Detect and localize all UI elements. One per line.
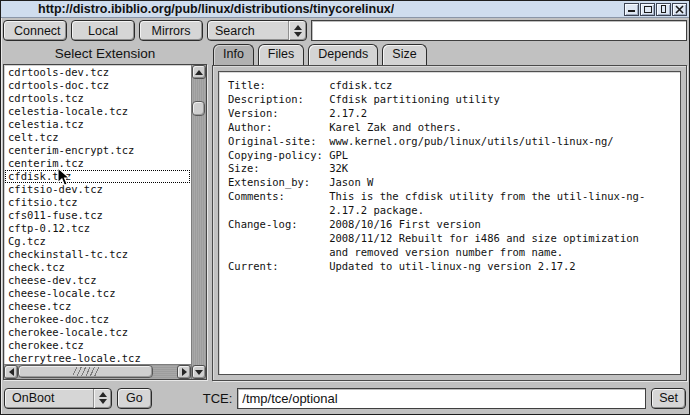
- shade-icon: [661, 5, 666, 13]
- extension-list: cdrtools-dev.tczcdrtools-doc.tczcdrtools…: [5, 66, 190, 364]
- close-icon: [675, 5, 684, 14]
- list-item[interactable]: cdrtools-dev.tcz: [5, 66, 190, 79]
- info-tab-panel: Title: cfdisk.tcz Description: Cfdisk pa…: [212, 65, 687, 381]
- tce-path-input[interactable]: [237, 388, 646, 409]
- scroll-left-button[interactable]: [4, 365, 18, 379]
- maximize-icon: [644, 6, 652, 13]
- vertical-scrollbar-track[interactable]: [192, 79, 206, 365]
- onboot-value: OnBoot: [5, 391, 93, 405]
- search-mode-dropdown[interactable]: Search: [207, 20, 307, 41]
- list-item[interactable]: cfs011-fuse.tcz: [5, 209, 190, 222]
- tab-bar: InfoFilesDependsSize: [212, 44, 687, 65]
- list-item[interactable]: celestia-locale.tcz: [5, 105, 190, 118]
- horizontal-scrollbar-thumb[interactable]: [18, 365, 153, 378]
- minimize-button[interactable]: [624, 3, 639, 16]
- detail-panel: InfoFilesDependsSize Title: cfdisk.tcz D…: [212, 44, 687, 387]
- list-item[interactable]: cherokee-doc.tcz: [5, 313, 190, 326]
- list-item[interactable]: cheese.tcz: [5, 300, 190, 313]
- app-window: http://distro.ibiblio.org/pub/linux/dist…: [0, 0, 690, 415]
- title-bar[interactable]: http://distro.ibiblio.org/pub/linux/dist…: [1, 1, 689, 18]
- go-button[interactable]: Go: [117, 388, 152, 409]
- scroll-down-button[interactable]: [192, 365, 206, 379]
- scroll-right-button[interactable]: [177, 365, 191, 379]
- search-mode-value: Search: [208, 24, 288, 38]
- arrow-down-icon: [195, 370, 203, 375]
- local-button[interactable]: Local: [71, 20, 135, 41]
- list-item[interactable]: cheese-dev.tcz: [5, 274, 190, 287]
- arrow-left-icon: [9, 368, 14, 376]
- extension-panel-title: Select Extension: [3, 44, 207, 64]
- set-button[interactable]: Set: [651, 388, 686, 409]
- list-item[interactable]: cftp-0.12.tcz: [5, 222, 190, 235]
- list-item[interactable]: centerim-encrypt.tcz: [5, 144, 190, 157]
- window-controls: [624, 3, 687, 16]
- list-item[interactable]: centerim.tcz: [5, 157, 190, 170]
- onboot-dropdown[interactable]: OnBoot: [4, 388, 112, 409]
- extension-panel: Select Extension cdrtools-dev.tczcdrtool…: [3, 44, 207, 387]
- tab-files[interactable]: Files: [258, 44, 304, 65]
- list-item[interactable]: cheese-locale.tcz: [5, 287, 190, 300]
- search-input[interactable]: [311, 20, 687, 41]
- tab-depends[interactable]: Depends: [308, 44, 378, 65]
- list-item[interactable]: checkinstall-tc.tcz: [5, 248, 190, 261]
- list-item[interactable]: celt.tcz: [5, 131, 190, 144]
- arrow-up-icon: [195, 70, 203, 75]
- mirrors-button[interactable]: Mirrors: [139, 20, 203, 41]
- list-item[interactable]: celestia.tcz: [5, 118, 190, 131]
- info-text: Title: cfdisk.tcz Description: Cfdisk pa…: [218, 71, 681, 375]
- shade-button[interactable]: [656, 3, 671, 16]
- tab-size[interactable]: Size: [382, 44, 426, 65]
- vertical-scrollbar[interactable]: [191, 65, 206, 379]
- tab-info[interactable]: Info: [213, 44, 254, 65]
- list-item[interactable]: check.tcz: [5, 261, 190, 274]
- horizontal-scrollbar[interactable]: [4, 364, 191, 379]
- connect-button[interactable]: Connect: [3, 20, 67, 41]
- window-title: http://distro.ibiblio.org/pub/linux/dist…: [38, 1, 394, 17]
- maximize-button[interactable]: [640, 3, 655, 16]
- list-item[interactable]: Cg.tcz: [5, 235, 190, 248]
- toolbar: Connect Local Mirrors Search: [1, 18, 689, 44]
- main-content: Select Extension cdrtools-dev.tczcdrtool…: [1, 44, 689, 387]
- list-item[interactable]: cherokee.tcz: [5, 339, 190, 352]
- close-button[interactable]: [672, 3, 687, 16]
- list-item[interactable]: cherrytree-locale.tcz: [5, 352, 190, 364]
- list-item[interactable]: cfdisk.tcz: [5, 170, 190, 183]
- list-item[interactable]: cherokee-locale.tcz: [5, 326, 190, 339]
- list-item[interactable]: cfitsio.tcz: [5, 196, 190, 209]
- horizontal-scrollbar-track[interactable]: [18, 365, 177, 379]
- bottom-bar: OnBoot Go TCE: Set: [1, 387, 689, 414]
- list-item[interactable]: cfitsio-dev.tcz: [5, 183, 190, 196]
- arrow-right-icon: [182, 368, 187, 376]
- minimize-icon: [628, 10, 635, 12]
- dropdown-arrows-icon: [93, 389, 111, 408]
- dropdown-arrows-icon: [288, 21, 306, 40]
- list-item[interactable]: cdrtools.tcz: [5, 92, 190, 105]
- list-item[interactable]: cdrtools-doc.tcz: [5, 79, 190, 92]
- extension-listbox: cdrtools-dev.tczcdrtools-doc.tczcdrtools…: [3, 64, 207, 380]
- scroll-up-button[interactable]: [192, 65, 206, 79]
- vertical-scrollbar-thumb[interactable]: [192, 101, 205, 116]
- tce-label: TCE:: [203, 391, 233, 406]
